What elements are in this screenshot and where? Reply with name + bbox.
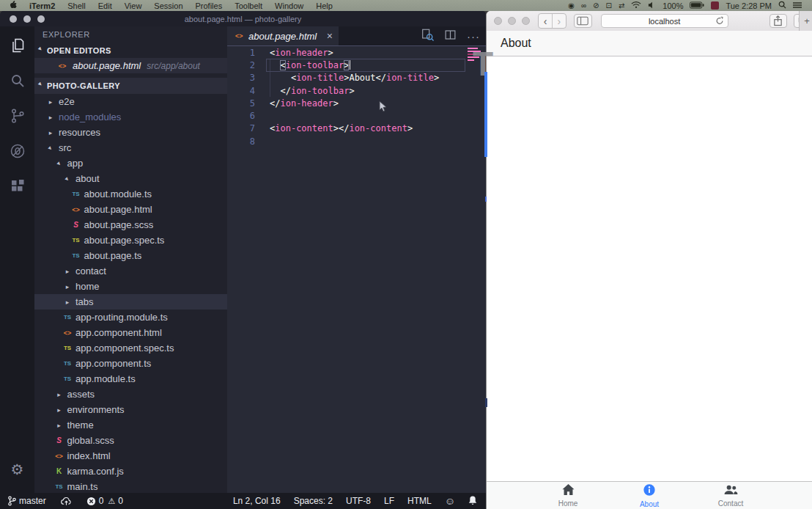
tree-item-app-component-ts[interactable]: TSapp.component.ts bbox=[34, 356, 227, 371]
menu-item-profiles[interactable]: Profiles bbox=[196, 1, 223, 10]
explorer-icon[interactable] bbox=[0, 31, 34, 60]
close-window-button[interactable] bbox=[494, 17, 502, 25]
source-control-icon[interactable] bbox=[0, 101, 34, 131]
encoding-setting[interactable]: UTF-8 bbox=[346, 496, 371, 506]
tree-item-app-component-spec-ts[interactable]: TSapp.component.spec.ts bbox=[34, 340, 227, 356]
menu-item-shell[interactable]: Shell bbox=[67, 1, 85, 10]
sync-icon[interactable] bbox=[61, 497, 72, 506]
minimize-window-button[interactable] bbox=[508, 17, 516, 25]
project-section-header[interactable]: ▸ PHOTO-GALLERY bbox=[34, 78, 227, 94]
search-icon[interactable] bbox=[0, 66, 34, 95]
forward-icon[interactable]: › bbox=[552, 14, 566, 28]
open-editor-item[interactable]: <> about.page.html src/app/about bbox=[34, 58, 227, 73]
vscode-titlebar[interactable]: about.page.html — photo-gallery bbox=[0, 11, 486, 26]
new-tab-button[interactable]: + bbox=[799, 11, 812, 31]
code-line[interactable]: 5</ion-header> bbox=[227, 97, 486, 109]
screen-record-icon[interactable]: ◉ bbox=[568, 2, 575, 10]
debug-icon[interactable] bbox=[0, 136, 34, 166]
tree-item-contact[interactable]: ▸contact bbox=[34, 263, 227, 279]
tree-item-app[interactable]: ▸app bbox=[34, 155, 227, 171]
code-line[interactable]: 7<ion-content></ion-content> bbox=[227, 122, 486, 135]
menu-item-toolbelt[interactable]: Toolbelt bbox=[235, 1, 262, 10]
sidebar-toggle-icon[interactable] bbox=[574, 14, 592, 28]
tree-item-e2e[interactable]: ▸e2e bbox=[34, 94, 227, 109]
back-icon[interactable]: ‹ bbox=[539, 14, 552, 28]
cursor-position[interactable]: Ln 2, Col 16 bbox=[233, 496, 281, 506]
eol-setting[interactable]: LF bbox=[384, 496, 394, 506]
tree-item-about-module-ts[interactable]: TSabout.module.ts bbox=[34, 186, 227, 202]
file-name: contact bbox=[75, 266, 106, 277]
tree-item-app-routing-module-ts[interactable]: TSapp-routing.module.ts bbox=[34, 310, 227, 325]
safari-toolbar[interactable]: ‹ › localhost + bbox=[487, 11, 812, 32]
tree-item-index-html[interactable]: <>index.html bbox=[34, 448, 227, 464]
code-line[interactable]: 8 bbox=[227, 135, 486, 147]
tree-item-node-modules[interactable]: ▸node_modules bbox=[34, 109, 227, 125]
dnd-icon[interactable]: ⊘ bbox=[593, 2, 599, 10]
tree-item-about-page-spec-ts[interactable]: TSabout.page.spec.ts bbox=[34, 232, 227, 248]
menu-item-session[interactable]: Session bbox=[154, 1, 182, 10]
tab-contact[interactable]: Contact bbox=[690, 482, 772, 509]
menu-item-edit[interactable]: Edit bbox=[98, 1, 112, 10]
menu-item-window[interactable]: Window bbox=[275, 1, 303, 10]
tree-item-src[interactable]: ▸src bbox=[34, 140, 227, 155]
tab-about[interactable]: About bbox=[609, 482, 690, 509]
tree-item-app-module-ts[interactable]: TSapp.module.ts bbox=[34, 371, 227, 387]
tree-item-assets[interactable]: ▸assets bbox=[34, 387, 227, 402]
wifi-icon[interactable] bbox=[631, 1, 641, 10]
tree-item-home[interactable]: ▸home bbox=[34, 279, 227, 294]
menu-item-view[interactable]: View bbox=[125, 1, 142, 10]
tree-item-theme[interactable]: ▸theme bbox=[34, 417, 227, 433]
tree-item-about-page-scss[interactable]: Sabout.page.scss bbox=[34, 217, 227, 232]
tree-item-app-component-html[interactable]: <>app.component.html bbox=[34, 325, 227, 340]
display-icon[interactable]: ⊡ bbox=[606, 2, 612, 10]
tree-item-tabs[interactable]: ▸tabs bbox=[34, 294, 227, 310]
menu-clock[interactable]: Tue 2:28 PM bbox=[726, 1, 772, 10]
address-bar[interactable]: localhost bbox=[601, 14, 728, 28]
code-line[interactable]: 1<ion-header> bbox=[227, 46, 486, 59]
share-icon[interactable] bbox=[769, 14, 788, 28]
errors-indicator[interactable]: 0 bbox=[86, 496, 104, 506]
tree-item-environments[interactable]: ▸environments bbox=[34, 402, 227, 417]
split-editor-icon[interactable] bbox=[444, 29, 457, 44]
zoom-window-button[interactable] bbox=[522, 17, 530, 25]
tree-item-resources[interactable]: ▸resources bbox=[34, 125, 227, 140]
settings-gear-icon[interactable]: ⚙ bbox=[0, 455, 34, 484]
code-line[interactable]: 4 </ion-toolbar> bbox=[227, 84, 486, 97]
glasses-icon[interactable]: ∞ bbox=[581, 2, 586, 10]
tree-item-about-page-ts[interactable]: TSabout.page.ts bbox=[34, 248, 227, 263]
warnings-indicator[interactable]: ⚠ 0 bbox=[108, 496, 123, 506]
tree-item-main-ts[interactable]: TSmain.ts bbox=[34, 479, 227, 493]
tab-about-page-html[interactable]: <> about.page.html × bbox=[227, 26, 339, 45]
reload-icon[interactable] bbox=[715, 16, 724, 27]
input-source-icon[interactable] bbox=[711, 1, 719, 10]
more-actions-icon[interactable]: ··· bbox=[467, 30, 480, 43]
notifications-bell-icon[interactable] bbox=[468, 495, 477, 508]
language-mode[interactable]: HTML bbox=[407, 496, 432, 506]
tree-item-about-page-html[interactable]: <>about.page.html bbox=[34, 202, 227, 217]
error-count: 0 bbox=[99, 496, 104, 506]
notification-center-icon[interactable] bbox=[793, 1, 802, 10]
switch-icon[interactable]: ⇄ bbox=[619, 2, 624, 10]
close-tab-icon[interactable]: × bbox=[327, 30, 333, 42]
menu-item-iterm2[interactable]: iTerm2 bbox=[29, 1, 55, 10]
menu-item-help[interactable]: Help bbox=[316, 1, 333, 10]
code-editor[interactable]: 1<ion-header>2 <ion-toolbar>3 <ion-title… bbox=[227, 46, 486, 493]
feedback-smiley-icon[interactable]: ☺ bbox=[445, 495, 455, 507]
window-controls bbox=[487, 17, 530, 25]
spotlight-icon[interactable] bbox=[778, 1, 786, 10]
code-line[interactable]: 2 <ion-toolbar> bbox=[227, 59, 486, 71]
tree-item-about[interactable]: ▸about bbox=[34, 171, 227, 186]
open-editors-section[interactable]: ▸ OPEN EDITORS bbox=[34, 43, 227, 58]
volume-icon[interactable] bbox=[648, 1, 656, 10]
extensions-icon[interactable] bbox=[0, 172, 34, 201]
find-in-file-icon[interactable] bbox=[421, 28, 434, 44]
tab-home[interactable]: Home bbox=[528, 482, 609, 509]
apple-menu-icon[interactable] bbox=[9, 0, 17, 11]
tree-item-global-scss[interactable]: Sglobal.scss bbox=[34, 433, 227, 448]
battery-icon[interactable] bbox=[690, 1, 704, 10]
code-line[interactable]: 6 bbox=[227, 109, 486, 122]
code-line[interactable]: 3 <ion-title>About</ion-title> bbox=[227, 72, 486, 84]
indentation-setting[interactable]: Spaces: 2 bbox=[294, 496, 333, 506]
git-branch-indicator[interactable]: master bbox=[7, 496, 46, 506]
tree-item-karma-conf-js[interactable]: Kkarma.conf.js bbox=[34, 464, 227, 479]
